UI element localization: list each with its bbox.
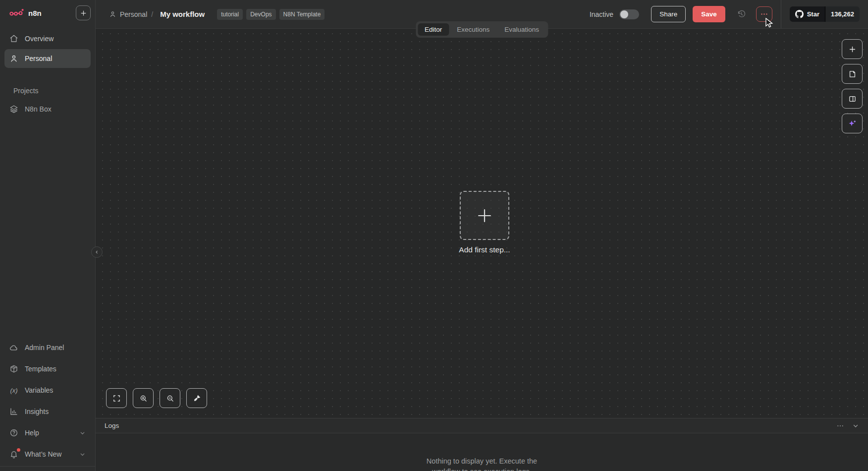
history-icon bbox=[737, 9, 746, 19]
tab-executions[interactable]: Executions bbox=[450, 23, 496, 36]
sparkles-icon bbox=[848, 119, 857, 128]
header-divider bbox=[781, 0, 781, 28]
sidebar-item-help[interactable]: Help bbox=[4, 423, 91, 443]
main-area: Personal / My workflow tutorial DevOps N… bbox=[96, 0, 868, 471]
view-tabs: Editor Executions Evaluations bbox=[416, 21, 548, 38]
ai-assistant-button[interactable] bbox=[842, 114, 863, 133]
notification-badge bbox=[17, 448, 20, 452]
workflow-active-toggle[interactable] bbox=[619, 9, 639, 19]
breadcrumb-project-label: Personal bbox=[120, 10, 147, 18]
github-star-count: 136,262 bbox=[825, 6, 860, 22]
sidebar-item-personal[interactable]: Personal bbox=[4, 49, 91, 68]
workflow-tag[interactable]: tutorial bbox=[217, 9, 243, 20]
github-icon bbox=[795, 10, 804, 18]
sidebar-item-templates[interactable]: Templates bbox=[4, 359, 91, 379]
zoom-in-icon bbox=[139, 394, 148, 403]
share-button[interactable]: Share bbox=[651, 6, 686, 22]
sidebar-collapse-button[interactable] bbox=[91, 246, 103, 258]
add-first-step-label: Add first step... bbox=[435, 245, 534, 254]
canvas-side-toolbar bbox=[842, 39, 863, 133]
zoom-out-icon bbox=[166, 394, 174, 403]
breadcrumb-project[interactable]: Personal bbox=[109, 10, 147, 18]
user-icon bbox=[109, 10, 116, 18]
breadcrumb-separator: / bbox=[151, 10, 153, 18]
tidy-up-button[interactable] bbox=[186, 388, 207, 408]
cloud-icon bbox=[9, 343, 18, 352]
workflow-title[interactable]: My workflow bbox=[160, 10, 205, 18]
github-star-label: Star bbox=[807, 10, 819, 18]
sidebar-bottom: Admin Panel Templates (x) Variables Insi… bbox=[0, 338, 95, 466]
workflow-tags: tutorial DevOps N8N Template bbox=[217, 9, 325, 20]
plus-icon bbox=[475, 206, 494, 225]
ellipsis-icon[interactable] bbox=[836, 422, 844, 430]
logs-empty-state: Nothing to display yet. Execute the work… bbox=[96, 456, 868, 471]
bell-icon bbox=[9, 450, 18, 459]
chevron-down-icon bbox=[79, 451, 86, 458]
logs-title: Logs bbox=[105, 422, 119, 429]
logs-actions bbox=[836, 422, 859, 430]
add-node-button[interactable] bbox=[842, 39, 863, 59]
sidebar-item-label: Templates bbox=[25, 365, 56, 373]
panel-layout-icon bbox=[848, 95, 857, 103]
sidebar-item-overview[interactable]: Overview bbox=[4, 29, 91, 48]
projects-section-label: Projects bbox=[0, 87, 95, 95]
sticky-note-icon bbox=[848, 70, 857, 78]
sidebar-item-label: Insights bbox=[25, 408, 49, 415]
header-actions: Inactive Share Save Star 136,262 bbox=[590, 0, 868, 28]
add-sticky-note-button[interactable] bbox=[842, 64, 863, 84]
sidebar-item-label: Variables bbox=[25, 386, 53, 394]
add-first-step-button[interactable] bbox=[460, 191, 509, 240]
help-circle-icon bbox=[9, 428, 18, 437]
zoom-in-button[interactable] bbox=[133, 388, 154, 408]
chevron-left-icon bbox=[95, 250, 99, 254]
add-workflow-button[interactable] bbox=[76, 5, 91, 20]
sidebar-header: n8n bbox=[0, 0, 95, 25]
sidebar-item-label: Overview bbox=[25, 35, 54, 43]
chevron-down-icon[interactable] bbox=[852, 422, 859, 429]
sidebar-item-label: N8n Box bbox=[25, 105, 52, 113]
logs-empty-line1: Nothing to display yet. Execute the bbox=[96, 456, 868, 467]
sidebar-divider bbox=[0, 466, 95, 467]
toggle-knob bbox=[620, 10, 628, 18]
n8n-logo: n8n bbox=[9, 8, 42, 18]
plus-icon bbox=[80, 9, 87, 17]
save-button[interactable]: Save bbox=[693, 6, 725, 22]
tab-editor[interactable]: Editor bbox=[418, 23, 449, 36]
breadcrumb: Personal / My workflow tutorial DevOps N… bbox=[96, 9, 325, 20]
user-icon bbox=[9, 54, 18, 63]
canvas-zoom-controls bbox=[106, 388, 207, 408]
workflow-tag[interactable]: N8N Template bbox=[279, 9, 325, 20]
home-icon bbox=[9, 34, 18, 43]
ellipsis-icon bbox=[760, 10, 768, 18]
sidebar: n8n Overview Personal Projects N8n Box bbox=[0, 0, 96, 471]
broom-icon bbox=[193, 394, 201, 403]
tab-evaluations[interactable]: Evaluations bbox=[497, 23, 546, 36]
workflow-status-label: Inactive bbox=[590, 10, 613, 18]
sidebar-item-whats-new[interactable]: What’s New bbox=[4, 444, 91, 464]
sidebar-item-variables[interactable]: (x) Variables bbox=[4, 380, 91, 400]
logs-empty-line2: workflow to see execution logs. bbox=[96, 467, 868, 471]
sidebar-item-insights[interactable]: Insights bbox=[4, 402, 91, 421]
workflow-menu-button[interactable] bbox=[756, 6, 772, 22]
workflow-canvas[interactable]: Add first step... bbox=[96, 29, 868, 418]
workflow-history-button[interactable] bbox=[735, 7, 748, 21]
fit-view-icon bbox=[112, 394, 121, 403]
fit-view-button[interactable] bbox=[106, 388, 127, 408]
n8n-logo-icon bbox=[9, 8, 25, 18]
github-star-widget[interactable]: Star 136,262 bbox=[790, 6, 860, 22]
split-panel-button[interactable] bbox=[842, 89, 863, 109]
package-icon bbox=[9, 364, 18, 373]
zoom-out-button[interactable] bbox=[160, 388, 180, 408]
workflow-tag[interactable]: DevOps bbox=[246, 9, 275, 20]
app-name: n8n bbox=[28, 9, 42, 17]
chevron-down-icon bbox=[79, 430, 86, 436]
parentheses-x-icon: (x) bbox=[9, 387, 18, 394]
sidebar-nav: Overview Personal bbox=[0, 29, 95, 68]
bar-chart-icon bbox=[9, 407, 18, 416]
logs-panel-header[interactable]: Logs bbox=[96, 418, 868, 433]
sidebar-item-admin-panel[interactable]: Admin Panel bbox=[4, 338, 91, 357]
sidebar-item-label: Personal bbox=[25, 55, 52, 62]
sidebar-item-label: What’s New bbox=[25, 450, 61, 458]
layers-icon bbox=[9, 105, 18, 114]
sidebar-item-project-n8n-box[interactable]: N8n Box bbox=[4, 100, 91, 118]
